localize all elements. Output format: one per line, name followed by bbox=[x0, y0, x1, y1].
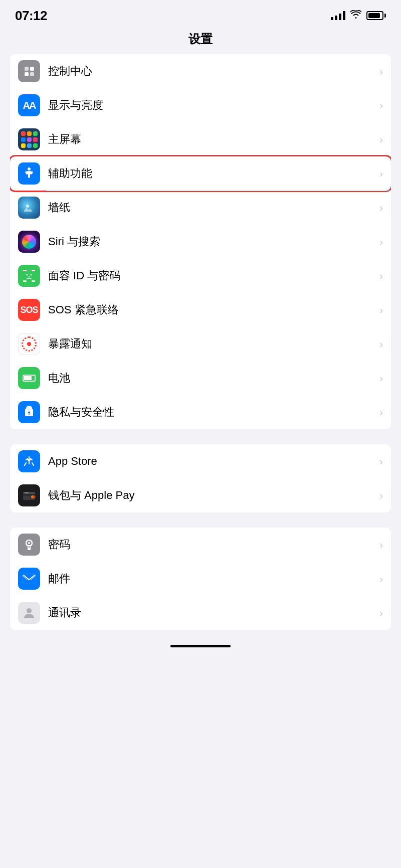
battery-label: 电池 bbox=[48, 371, 375, 386]
accessibility-icon bbox=[18, 162, 40, 185]
svg-rect-3 bbox=[32, 270, 35, 271]
chevron-icon: › bbox=[379, 338, 383, 350]
chevron-icon: › bbox=[379, 456, 383, 467]
wallpaper-label: 墙纸 bbox=[48, 200, 375, 215]
faceid-label: 面容 ID 与密码 bbox=[48, 268, 375, 283]
mail-label: 邮件 bbox=[48, 571, 375, 586]
svg-rect-2 bbox=[23, 270, 27, 271]
chevron-icon: › bbox=[379, 407, 383, 418]
svg-point-14 bbox=[33, 495, 36, 498]
page-title-bar: 设置 bbox=[0, 27, 401, 54]
wallpaper-icon bbox=[18, 197, 40, 219]
chevron-icon: › bbox=[379, 373, 383, 384]
page-title: 设置 bbox=[188, 32, 213, 46]
settings-row-battery[interactable]: 电池 › bbox=[10, 361, 391, 395]
sos-label: SOS 紧急联络 bbox=[48, 302, 375, 317]
svg-point-18 bbox=[28, 542, 30, 544]
chevron-icon: › bbox=[379, 304, 383, 316]
chevron-icon: › bbox=[379, 607, 383, 619]
battery-icon bbox=[366, 11, 386, 20]
faceid-icon bbox=[18, 265, 40, 287]
svg-rect-15 bbox=[25, 492, 29, 493]
settings-row-exposure[interactable]: 暴露通知 › bbox=[10, 327, 391, 361]
homescreen-label: 主屏幕 bbox=[48, 132, 375, 147]
wifi-icon bbox=[350, 10, 361, 22]
svg-point-1 bbox=[26, 205, 29, 208]
status-bar: 07:12 bbox=[0, 0, 401, 27]
svg-point-7 bbox=[31, 274, 32, 276]
siri-label: Siri 与搜索 bbox=[48, 234, 375, 249]
contacts-label: 通讯录 bbox=[48, 605, 375, 620]
sos-icon: SOS bbox=[18, 299, 40, 321]
chevron-icon: › bbox=[379, 573, 383, 585]
settings-row-wallet[interactable]: 钱包与 Apple Pay › bbox=[10, 478, 391, 512]
battery-icon bbox=[18, 367, 40, 389]
svg-point-23 bbox=[27, 608, 32, 613]
wallet-label: 钱包与 Apple Pay bbox=[48, 488, 375, 503]
settings-row-appstore[interactable]: App Store › bbox=[10, 444, 391, 478]
svg-rect-5 bbox=[32, 280, 35, 282]
settings-row-siri[interactable]: Siri 与搜索 › bbox=[10, 225, 391, 259]
control-center-label: 控制中心 bbox=[48, 64, 375, 79]
settings-row-homescreen[interactable]: 主屏幕 › bbox=[10, 122, 391, 156]
settings-row-wallpaper[interactable]: 墙纸 › bbox=[10, 191, 391, 225]
chevron-icon: › bbox=[379, 490, 383, 501]
svg-rect-4 bbox=[23, 280, 27, 282]
exposure-icon bbox=[18, 333, 40, 355]
control-center-icon bbox=[18, 60, 40, 82]
privacy-icon bbox=[18, 401, 40, 423]
chevron-icon: › bbox=[379, 202, 383, 214]
settings-group-2: App Store › 钱包与 Apple Pay › bbox=[10, 444, 391, 512]
mail-icon bbox=[18, 568, 40, 590]
appstore-icon bbox=[18, 450, 40, 472]
exposure-label: 暴露通知 bbox=[48, 336, 375, 352]
wallet-icon bbox=[18, 484, 40, 506]
homescreen-icon bbox=[18, 128, 40, 150]
accessibility-label: 辅助功能 bbox=[48, 166, 375, 181]
status-icons bbox=[331, 10, 386, 22]
chevron-icon: › bbox=[379, 236, 383, 248]
settings-row-password[interactable]: 密码 › bbox=[10, 528, 391, 562]
contacts-icon bbox=[18, 602, 40, 624]
svg-point-0 bbox=[28, 167, 31, 170]
password-icon bbox=[18, 534, 40, 556]
chevron-icon: › bbox=[379, 539, 383, 551]
display-label: 显示与亮度 bbox=[48, 98, 375, 113]
settings-row-contacts[interactable]: 通讯录 › bbox=[10, 596, 391, 630]
settings-row-faceid[interactable]: 面容 ID 与密码 › bbox=[10, 259, 391, 293]
display-icon: AA bbox=[18, 94, 40, 116]
svg-rect-19 bbox=[29, 546, 30, 548]
siri-icon bbox=[18, 231, 40, 253]
chevron-icon: › bbox=[379, 134, 383, 145]
chevron-icon: › bbox=[379, 100, 383, 111]
signal-icon bbox=[331, 11, 345, 20]
settings-group-1: 控制中心 › AA 显示与亮度 › 主屏幕 › bbox=[10, 54, 391, 429]
appstore-label: App Store bbox=[48, 455, 375, 468]
svg-point-6 bbox=[27, 274, 28, 276]
chevron-icon: › bbox=[379, 270, 383, 282]
settings-row-sos[interactable]: SOS SOS 紧急联络 › bbox=[10, 293, 391, 327]
settings-row-privacy[interactable]: 隐私与安全性 › bbox=[10, 395, 391, 429]
status-time: 07:12 bbox=[15, 8, 47, 24]
password-label: 密码 bbox=[48, 537, 375, 552]
chevron-icon: › bbox=[379, 168, 383, 180]
home-indicator bbox=[170, 645, 231, 647]
settings-row-mail[interactable]: 邮件 › bbox=[10, 562, 391, 596]
settings-group-3: 密码 › 邮件 › 通讯录 › bbox=[10, 528, 391, 630]
settings-row-accessibility[interactable]: 辅助功能 › bbox=[10, 156, 391, 191]
chevron-icon: › bbox=[379, 66, 383, 77]
svg-rect-20 bbox=[23, 574, 36, 584]
settings-row-control-center[interactable]: 控制中心 › bbox=[10, 54, 391, 88]
privacy-label: 隐私与安全性 bbox=[48, 405, 375, 420]
settings-row-display[interactable]: AA 显示与亮度 › bbox=[10, 88, 391, 122]
